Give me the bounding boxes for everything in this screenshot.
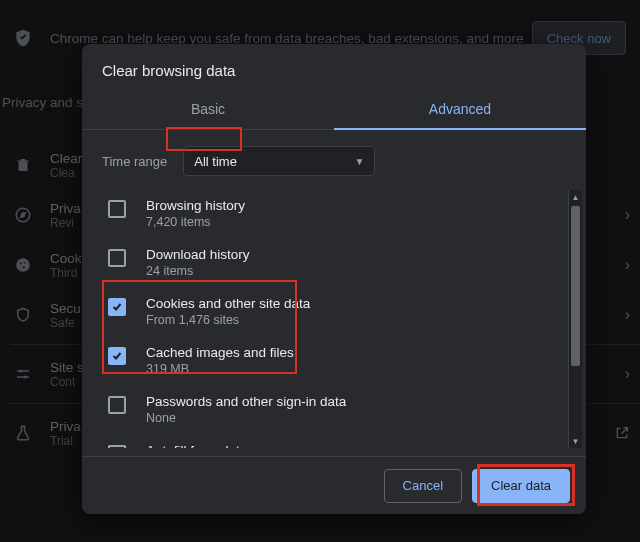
checkbox[interactable] (108, 200, 126, 218)
dialog-footer: Cancel Clear data (82, 456, 586, 514)
option-passwords[interactable]: Passwords and other sign-in dataNone (102, 386, 564, 435)
time-range-select[interactable]: All time ▼ (183, 146, 375, 176)
scroll-up-icon[interactable]: ▲ (569, 190, 582, 204)
clear-browsing-data-dialog: Clear browsing data Basic Advanced Time … (82, 44, 586, 514)
scrollbar-thumb[interactable] (571, 206, 580, 366)
scrollbar[interactable]: ▲ ▼ (568, 190, 582, 448)
option-cached[interactable]: Cached images and files319 MB (102, 337, 564, 386)
dialog-tabs: Basic Advanced (82, 91, 586, 130)
tab-advanced[interactable]: Advanced (334, 91, 586, 129)
clear-data-button[interactable]: Clear data (472, 469, 570, 503)
option-download-history[interactable]: Download history24 items (102, 239, 564, 288)
options-scroll-area: Browsing history7,420 items Download his… (102, 190, 582, 448)
option-browsing-history[interactable]: Browsing history7,420 items (102, 190, 564, 239)
option-cookies[interactable]: Cookies and other site dataFrom 1,476 si… (102, 288, 564, 337)
checkbox[interactable] (108, 249, 126, 267)
tab-basic[interactable]: Basic (82, 91, 334, 129)
scroll-down-icon[interactable]: ▼ (569, 434, 582, 448)
time-range-label: Time range (102, 154, 167, 169)
checkbox[interactable] (108, 298, 126, 316)
time-range-value: All time (194, 154, 237, 169)
option-autofill[interactable]: Autofill form data (102, 435, 564, 448)
checkbox[interactable] (108, 347, 126, 365)
checkbox[interactable] (108, 396, 126, 414)
caret-down-icon: ▼ (354, 156, 364, 167)
dialog-title: Clear browsing data (82, 44, 586, 91)
checkbox[interactable] (108, 445, 126, 448)
cancel-button[interactable]: Cancel (384, 469, 462, 503)
